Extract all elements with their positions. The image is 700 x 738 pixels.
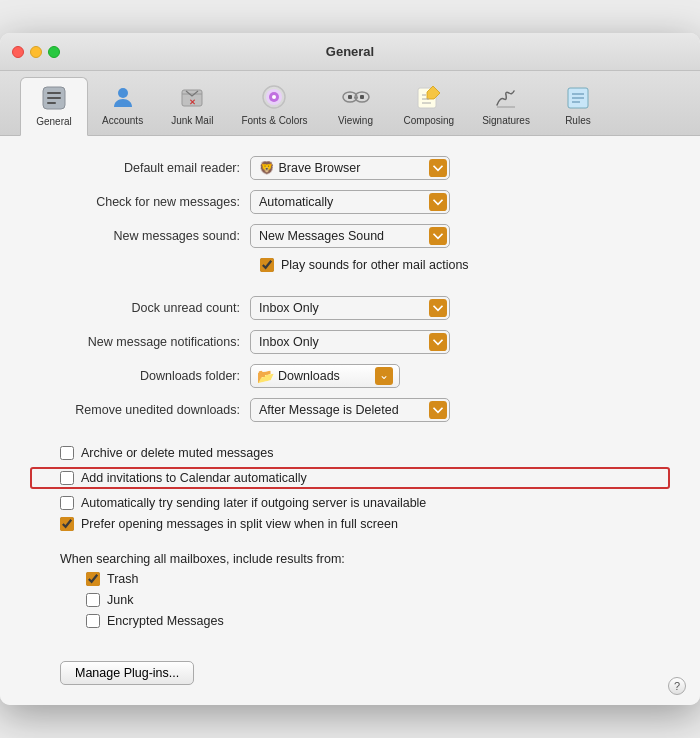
split-view-label: Prefer opening messages in split view wh… (81, 517, 398, 531)
svg-point-11 (272, 95, 276, 99)
accounts-icon (107, 81, 139, 113)
preferences-window: General General Accounts (0, 33, 700, 705)
titlebar: General (0, 33, 700, 71)
archive-row: Archive or delete muted messages (30, 446, 670, 460)
dock-unread-row: Dock unread count: Inbox Only (30, 296, 670, 320)
general-icon (38, 82, 70, 114)
tab-viewing[interactable]: Viewing (322, 77, 390, 135)
junkmail-icon: ✕ (176, 81, 208, 113)
svg-rect-2 (47, 97, 61, 99)
play-sounds-label: Play sounds for other mail actions (281, 258, 469, 272)
auto-send-label: Automatically try sending later if outgo… (81, 496, 426, 510)
svg-text:✕: ✕ (189, 98, 196, 107)
notifications-label: New message notifications: (30, 335, 250, 349)
tab-accounts[interactable]: Accounts (88, 77, 157, 135)
split-view-checkbox[interactable] (60, 517, 74, 531)
archive-label: Archive or delete muted messages (81, 446, 273, 460)
play-sounds-row: Play sounds for other mail actions (30, 258, 670, 272)
new-messages-sound-row: New messages sound: New Messages Sound (30, 224, 670, 248)
downloads-folder-control: 📂 Downloads (250, 364, 670, 388)
auto-send-checkbox[interactable] (60, 496, 74, 510)
remove-downloads-select[interactable]: After Message is Deleted (250, 398, 450, 422)
downloads-folder-row: Downloads folder: 📂 Downloads (30, 364, 670, 388)
traffic-lights (12, 46, 60, 58)
add-invitations-label: Add invitations to Calendar automaticall… (81, 471, 307, 485)
tab-general[interactable]: General (20, 77, 88, 136)
tab-rules-label: Rules (565, 115, 591, 126)
remove-downloads-control: After Message is Deleted (250, 398, 670, 422)
check-messages-select[interactable]: Automatically (250, 190, 450, 214)
downloads-folder-select[interactable]: 📂 Downloads (250, 364, 400, 388)
folder-icon: 📂 (257, 368, 274, 384)
close-button[interactable] (12, 46, 24, 58)
new-messages-sound-select[interactable]: New Messages Sound (250, 224, 450, 248)
notifications-row: New message notifications: Inbox Only (30, 330, 670, 354)
help-button[interactable]: ? (668, 677, 686, 695)
play-sounds-checkbox[interactable] (260, 258, 274, 272)
notifications-control: Inbox Only (250, 330, 670, 354)
trash-label: Trash (107, 572, 139, 586)
maximize-button[interactable] (48, 46, 60, 58)
composing-icon (413, 81, 445, 113)
encrypted-checkbox[interactable] (86, 614, 100, 628)
tab-general-label: General (36, 116, 72, 127)
tab-fonts[interactable]: Fonts & Colors (227, 77, 321, 135)
fonts-icon (258, 81, 290, 113)
tab-junkmail-label: Junk Mail (171, 115, 213, 126)
remove-downloads-row: Remove unedited downloads: After Message… (30, 398, 670, 422)
manage-plugins-button[interactable]: Manage Plug-ins... (60, 661, 194, 685)
tab-accounts-label: Accounts (102, 115, 143, 126)
toolbar: General Accounts ✕ Junk Mail (0, 71, 700, 136)
tab-composing-label: Composing (404, 115, 455, 126)
content-wrapper: Default email reader: 🦁 Brave Browser Ch… (0, 136, 700, 705)
svg-point-4 (118, 88, 128, 98)
new-messages-sound-control: New Messages Sound (250, 224, 670, 248)
remove-downloads-label: Remove unedited downloads: (30, 403, 250, 417)
tab-fonts-label: Fonts & Colors (241, 115, 307, 126)
check-messages-control: Automatically (250, 190, 670, 214)
trash-checkbox[interactable] (86, 572, 100, 586)
notifications-select[interactable]: Inbox Only (250, 330, 450, 354)
content-area: Default email reader: 🦁 Brave Browser Ch… (0, 136, 700, 705)
tab-junkmail[interactable]: ✕ Junk Mail (157, 77, 227, 135)
minimize-button[interactable] (30, 46, 42, 58)
encrypted-label: Encrypted Messages (107, 614, 224, 628)
dock-unread-select[interactable]: Inbox Only (250, 296, 450, 320)
trash-row: Trash (30, 572, 670, 586)
dock-unread-label: Dock unread count: (30, 301, 250, 315)
dock-unread-control: Inbox Only (250, 296, 670, 320)
add-invitations-checkbox[interactable] (60, 471, 74, 485)
svg-rect-1 (47, 92, 61, 94)
svg-rect-16 (354, 97, 358, 99)
downloads-folder-name: Downloads (278, 369, 340, 383)
split-view-row: Prefer opening messages in split view wh… (30, 517, 670, 531)
svg-rect-15 (360, 95, 364, 99)
svg-rect-14 (348, 95, 352, 99)
signatures-icon (490, 81, 522, 113)
default-email-select[interactable]: 🦁 Brave Browser (250, 156, 450, 180)
tab-viewing-label: Viewing (338, 115, 373, 126)
default-email-row: Default email reader: 🦁 Brave Browser (30, 156, 670, 180)
new-messages-sound-label: New messages sound: (30, 229, 250, 243)
search-section-header: When searching all mailboxes, include re… (30, 552, 670, 566)
add-invitations-row: Add invitations to Calendar automaticall… (30, 467, 670, 489)
tab-signatures[interactable]: Signatures (468, 77, 544, 135)
junk-row: Junk (30, 593, 670, 607)
junk-label: Junk (107, 593, 133, 607)
default-email-control: 🦁 Brave Browser (250, 156, 670, 180)
check-messages-row: Check for new messages: Automatically (30, 190, 670, 214)
default-email-label: Default email reader: (30, 161, 250, 175)
viewing-icon (340, 81, 372, 113)
window-title: General (326, 44, 374, 59)
tab-rules[interactable]: Rules (544, 77, 612, 135)
folder-arrow-icon (375, 367, 393, 385)
archive-checkbox[interactable] (60, 446, 74, 460)
junk-checkbox[interactable] (86, 593, 100, 607)
auto-send-row: Automatically try sending later if outgo… (30, 496, 670, 510)
rules-icon (562, 81, 594, 113)
svg-rect-3 (47, 102, 56, 104)
encrypted-row: Encrypted Messages (30, 614, 670, 628)
check-messages-label: Check for new messages: (30, 195, 250, 209)
downloads-folder-label: Downloads folder: (30, 369, 250, 383)
tab-composing[interactable]: Composing (390, 77, 469, 135)
